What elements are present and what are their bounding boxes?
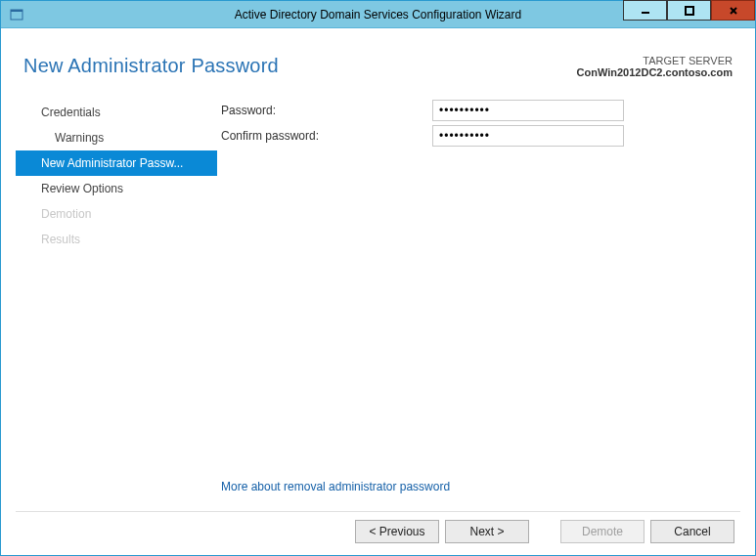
sidebar-item-new-admin-password[interactable]: New Administrator Passw... — [16, 150, 217, 176]
page-heading: New Administrator Password — [23, 55, 279, 78]
demote-button: Demote — [560, 520, 645, 543]
cancel-button[interactable]: Cancel — [650, 520, 734, 543]
confirm-password-input[interactable] — [432, 125, 624, 147]
maximize-button[interactable] — [667, 0, 711, 21]
body: New Administrator Password TARGET SERVER… — [1, 28, 755, 555]
content: Credentials Warnings New Administrator P… — [16, 96, 740, 509]
svg-rect-2 — [642, 12, 649, 14]
close-button[interactable] — [711, 0, 755, 21]
more-about-link[interactable]: More about removal administrator passwor… — [217, 480, 736, 493]
sidebar-item-credentials[interactable]: Credentials — [16, 100, 217, 125]
sidebar: Credentials Warnings New Administrator P… — [16, 96, 217, 509]
svg-rect-1 — [11, 10, 22, 12]
button-bar: < Previous Next > Demote Cancel — [16, 511, 740, 545]
sidebar-item-demotion: Demotion — [16, 201, 217, 227]
titlebar: Active Directory Domain Services Configu… — [1, 1, 755, 28]
button-spacer — [535, 520, 555, 543]
app-icon — [5, 4, 28, 25]
password-row: Password: — [217, 100, 736, 121]
form-area: Password: Confirm password: More about r… — [217, 96, 740, 509]
next-button[interactable]: Next > — [445, 520, 529, 543]
confirm-password-row: Confirm password: — [217, 125, 736, 147]
header: New Administrator Password TARGET SERVER… — [23, 55, 733, 78]
minimize-button[interactable] — [623, 0, 667, 21]
svg-rect-3 — [686, 7, 693, 15]
password-label: Password: — [217, 104, 432, 117]
sidebar-item-warnings[interactable]: Warnings — [16, 125, 217, 150]
password-input[interactable] — [432, 100, 624, 121]
target-server-name: ConWin2012DC2.contoso.com — [577, 66, 733, 78]
target-server: TARGET SERVER ConWin2012DC2.contoso.com — [577, 55, 733, 78]
sidebar-item-review-options[interactable]: Review Options — [16, 176, 217, 201]
window-controls — [623, 1, 755, 27]
target-server-label: TARGET SERVER — [577, 55, 733, 66]
wizard-window: Active Directory Domain Services Configu… — [0, 0, 756, 556]
sidebar-item-results: Results — [16, 227, 217, 252]
confirm-password-label: Confirm password: — [217, 129, 432, 143]
previous-button[interactable]: < Previous — [355, 520, 439, 543]
